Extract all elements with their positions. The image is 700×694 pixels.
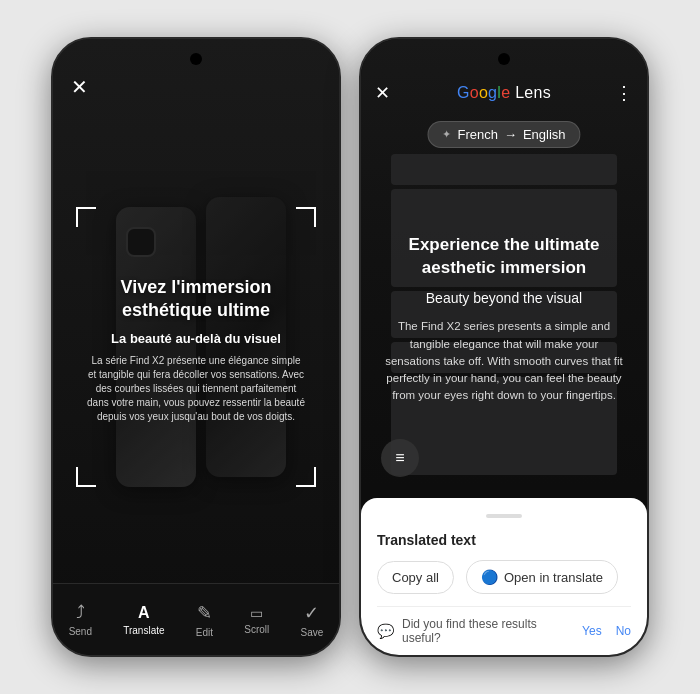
left-phone: Vivez l'immersion esthétique ultime La b… [51, 37, 341, 657]
sheet-actions: Copy all 🔵 Open in translate [377, 560, 631, 594]
fab-button[interactable]: ≡ [381, 439, 419, 477]
toolbar-scroll[interactable]: ▭ Scroll [244, 605, 269, 635]
sheet-divider [377, 606, 631, 607]
google-o1: o [470, 84, 479, 101]
right-headline-text: Experience the ultimate aesthetic immers… [409, 235, 600, 277]
send-icon: ⤴ [76, 602, 85, 623]
right-content-area: Experience the ultimate aesthetic immers… [361, 154, 647, 485]
close-button-left[interactable]: ✕ [71, 75, 88, 99]
close-button-right[interactable]: ✕ [375, 82, 390, 104]
left-body-text: La série Find X2 présente une élégance s… [86, 354, 306, 424]
lens-text: Lens [515, 84, 551, 101]
open-translate-button[interactable]: 🔵 Open in translate [466, 560, 618, 594]
right-subheadline: Beauty beyond the visual [381, 290, 627, 306]
scroll-label: Scroll [244, 624, 269, 635]
right-headline: Experience the ultimate aesthetic immers… [381, 234, 627, 280]
more-button[interactable]: ⋮ [615, 82, 633, 104]
to-language: English [523, 127, 566, 142]
edit-icon: ✎ [197, 602, 212, 624]
translate-label: Translate [123, 625, 164, 636]
toolbar-translate[interactable]: A Translate [123, 604, 164, 636]
corner-tr [296, 207, 316, 227]
copy-all-label: Copy all [392, 570, 439, 585]
feedback-question: Did you find these results useful? [402, 617, 574, 645]
right-body-text: The Find X2 series presents a simple and… [381, 318, 627, 404]
right-phone: ✕ Google Lens ⋮ ✦ French → English Exper… [359, 37, 649, 657]
sheet-title: Translated text [377, 532, 631, 548]
toolbar-edit[interactable]: ✎ Edit [196, 602, 213, 638]
save-icon: ✓ [304, 602, 319, 624]
feedback-icon: 💬 [377, 623, 394, 639]
corner-br [296, 467, 316, 487]
google-g2: g [488, 84, 497, 101]
left-headline: Vivez l'immersion esthétique ultime [86, 276, 306, 323]
send-label: Send [69, 626, 92, 637]
google-e: e [501, 84, 510, 101]
translate-btn-icon: 🔵 [481, 569, 498, 585]
main-container: Vivez l'immersion esthétique ultime La b… [0, 0, 700, 694]
toolbar-send[interactable]: ⤴ Send [69, 602, 92, 637]
filter-icon: ≡ [395, 449, 404, 467]
bottom-toolbar: ⤴ Send A Translate ✎ Edit ▭ Scroll ✓ S [53, 583, 339, 655]
language-pill[interactable]: ✦ French → English [427, 121, 580, 148]
scroll-icon: ▭ [250, 605, 263, 621]
google-o2: o [479, 84, 488, 101]
copy-all-button[interactable]: Copy all [377, 561, 454, 594]
left-subheadline: La beauté au-delà du visuel [86, 331, 306, 346]
open-translate-label: Open in translate [504, 570, 603, 585]
save-label: Save [301, 627, 324, 638]
toolbar-save[interactable]: ✓ Save [301, 602, 324, 638]
edit-label: Edit [196, 627, 213, 638]
corner-tl [76, 207, 96, 227]
right-header: ✕ Google Lens ⋮ [361, 71, 647, 115]
header-title: Google Lens [457, 84, 551, 102]
feedback-yes-button[interactable]: Yes [582, 624, 602, 638]
translated-overlay: Vivez l'immersion esthétique ultime La b… [86, 276, 306, 424]
language-arrow: → [504, 127, 517, 142]
feedback-no-button[interactable]: No [616, 624, 631, 638]
sheet-feedback: 💬 Did you find these results useful? Yes… [377, 617, 631, 645]
translate-spark-icon: ✦ [442, 128, 451, 141]
from-language: French [457, 127, 497, 142]
bottom-sheet: Translated text Copy all 🔵 Open in trans… [361, 498, 647, 655]
corner-bl [76, 467, 96, 487]
right-subheadline-text: Beauty beyond the visual [426, 290, 582, 306]
google-g: G [457, 84, 470, 101]
translate-icon: A [138, 604, 150, 622]
right-translated-text: Experience the ultimate aesthetic immers… [361, 234, 647, 404]
drag-handle [486, 514, 522, 518]
